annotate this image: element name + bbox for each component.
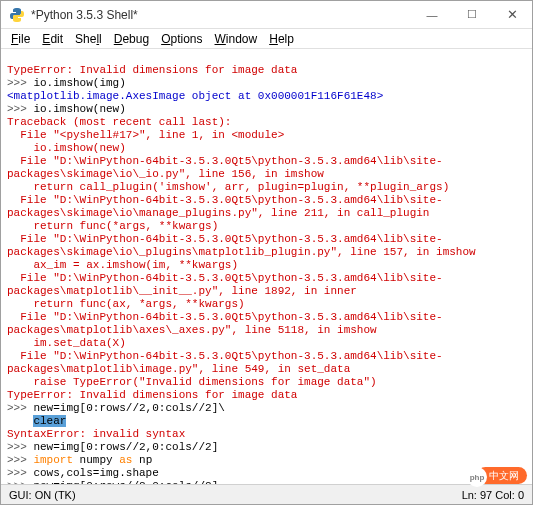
menu-edit[interactable]: Edit bbox=[38, 32, 67, 46]
code-line: new=img[0:rows//2,0:cols//2] bbox=[33, 480, 218, 484]
traceback-line: return func(ax, *args, **kwargs) bbox=[7, 298, 245, 310]
prompt: >>> bbox=[7, 467, 33, 479]
menu-window[interactable]: Window bbox=[211, 32, 262, 46]
traceback-line: File "D:\WinPython-64bit-3.5.3.0Qt5\pyth… bbox=[7, 350, 443, 375]
menu-help[interactable]: Help bbox=[265, 32, 298, 46]
menubar: File Edit Shell Debug Options Window Hel… bbox=[1, 29, 532, 49]
traceback-line: im.set_data(X) bbox=[7, 337, 126, 349]
traceback-line: return call_plugin('imshow', arr, plugin… bbox=[7, 181, 449, 193]
prompt: >>> bbox=[7, 103, 33, 115]
code-line: new=img[0:rows//2,0:cols//2]\ bbox=[33, 402, 224, 414]
traceback-line: File "D:\WinPython-64bit-3.5.3.0Qt5\pyth… bbox=[7, 194, 443, 219]
python-shell-window: *Python 3.5.3 Shell* — ☐ ✕ File Edit She… bbox=[0, 0, 533, 505]
keyword: as bbox=[119, 454, 132, 466]
traceback-line: File "D:\WinPython-64bit-3.5.3.0Qt5\pyth… bbox=[7, 272, 443, 297]
traceback-line: Traceback (most recent call last): bbox=[7, 116, 231, 128]
window-title: *Python 3.5.3 Shell* bbox=[31, 8, 412, 22]
menu-debug[interactable]: Debug bbox=[110, 32, 153, 46]
traceback-line: io.imshow(new) bbox=[7, 142, 126, 154]
menu-file[interactable]: File bbox=[7, 32, 34, 46]
traceback-line: ax_im = ax.imshow(im, **kwargs) bbox=[7, 259, 238, 271]
traceback-line: File "D:\WinPython-64bit-3.5.3.0Qt5\pyth… bbox=[7, 155, 443, 180]
code-line: io.imshow(new) bbox=[33, 103, 125, 115]
traceback-line: raise TypeError("Invalid dimensions for … bbox=[7, 376, 377, 388]
minimize-button[interactable]: — bbox=[412, 1, 452, 29]
prompt: >>> bbox=[7, 441, 33, 453]
shell-content[interactable]: TypeError: Invalid dimensions for image … bbox=[1, 49, 532, 484]
close-button[interactable]: ✕ bbox=[492, 1, 532, 29]
prompt: >>> bbox=[7, 402, 33, 414]
code-line: new=img[0:rows//2,0:cols//2] bbox=[33, 441, 218, 453]
error-line: TypeError: Invalid dimensions for image … bbox=[7, 389, 297, 401]
status-gui: GUI: ON (TK) bbox=[9, 489, 462, 501]
menu-shell[interactable]: Shell bbox=[71, 32, 106, 46]
error-line: SyntaxError: invalid syntax bbox=[7, 428, 185, 440]
prompt: >>> bbox=[7, 454, 33, 466]
maximize-button[interactable]: ☐ bbox=[452, 1, 492, 29]
prompt: >>> bbox=[7, 480, 33, 484]
selected-text: clear bbox=[33, 415, 66, 427]
statusbar: GUI: ON (TK) Ln: 97 Col: 0 bbox=[1, 484, 532, 504]
code-line: io.imshow(img) bbox=[33, 77, 125, 89]
status-cursor: Ln: 97 Col: 0 bbox=[462, 489, 524, 501]
indent bbox=[7, 415, 33, 427]
titlebar[interactable]: *Python 3.5.3 Shell* — ☐ ✕ bbox=[1, 1, 532, 29]
error-line: TypeError: Invalid dimensions for image … bbox=[7, 64, 297, 76]
traceback-line: return func(*args, **kwargs) bbox=[7, 220, 218, 232]
menu-options[interactable]: Options bbox=[157, 32, 206, 46]
code-line: cows,cols=img.shape bbox=[33, 467, 158, 479]
repr-line: <matplotlib.image.AxesImage object at 0x… bbox=[7, 90, 383, 102]
traceback-line: File "<pyshell#17>", line 1, in <module> bbox=[7, 129, 284, 141]
traceback-line: File "D:\WinPython-64bit-3.5.3.0Qt5\pyth… bbox=[7, 311, 443, 336]
python-icon bbox=[9, 7, 25, 23]
keyword: import bbox=[33, 454, 73, 466]
prompt: >>> bbox=[7, 77, 33, 89]
traceback-line: File "D:\WinPython-64bit-3.5.3.0Qt5\pyth… bbox=[7, 233, 476, 258]
